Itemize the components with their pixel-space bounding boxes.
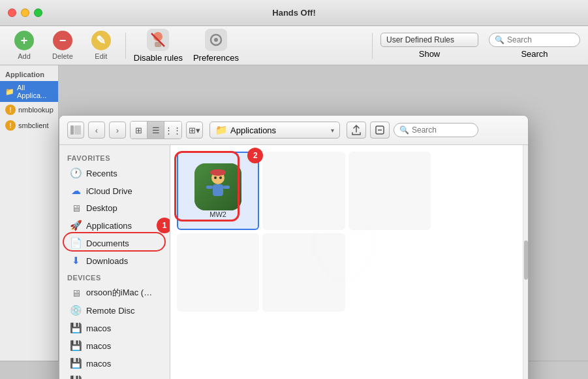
dialog-sidebar: Favorites 🕐 Recents ☁ iCloud Drive 🖥 Des… <box>59 145 170 379</box>
list-view-button[interactable]: ☰ <box>147 122 164 139</box>
svg-point-17 <box>214 176 217 179</box>
macos4-label: macos <box>86 376 111 380</box>
path-label: Applications <box>230 125 276 135</box>
separator <box>125 33 126 59</box>
file-item-empty-4[interactable] <box>177 233 259 312</box>
svg-rect-6 <box>74 125 81 135</box>
sidebar-item-macos-1[interactable]: 💾 macos <box>62 320 167 337</box>
svg-point-18 <box>219 176 222 179</box>
sidebar-item-remote-disc[interactable]: 💿 Remote Disc <box>62 302 167 319</box>
file-item-empty-6[interactable] <box>348 233 431 312</box>
dialog-toolbar: ‹ › ⊞ ☰ ⋮⋮ ⊞▾ 📁 Applications ▾ <box>59 116 528 145</box>
title-bar: Hands Off! <box>0 0 588 26</box>
sidebar-item-applications[interactable]: 🚀 Applications 1 <box>62 217 167 234</box>
macos3-label: macos <box>86 359 111 369</box>
minimize-button[interactable] <box>21 8 29 17</box>
sidebar-item-recents[interactable]: 🕐 Recents <box>62 165 167 182</box>
remote-disc-icon: 💿 <box>70 305 82 316</box>
sidebar-item-macos-3[interactable]: 💾 macos <box>62 355 167 372</box>
dialog-body: Favorites 🕐 Recents ☁ iCloud Drive 🖥 Des… <box>59 145 528 379</box>
forward-button[interactable]: › <box>109 122 126 139</box>
mw2-app-icon <box>194 163 241 210</box>
arrange-button[interactable]: ⊞▾ <box>186 122 203 139</box>
search-bar[interactable]: 🔍 <box>489 33 580 47</box>
preferences-button[interactable]: Preferences <box>193 29 239 63</box>
imac-icon: 🖥 <box>70 288 82 299</box>
sidebar-item-orsoon-imac[interactable]: 🖥 orsoon的iMac (… <box>62 284 167 301</box>
file-dialog: ‹ › ⊞ ☰ ⋮⋮ ⊞▾ 📁 Applications ▾ <box>59 115 529 379</box>
svg-rect-5 <box>70 125 74 135</box>
macos2-icon: 💾 <box>70 340 82 352</box>
folder-icon: 📁 <box>215 124 228 136</box>
disable-rules-button[interactable]: Disable rules <box>134 29 183 63</box>
file-item-mw2[interactable]: MW2 2 <box>177 152 259 230</box>
applications-icon: 🚀 <box>70 220 82 231</box>
back-button[interactable]: ‹ <box>88 122 105 139</box>
sidebar-item-all-applications[interactable]: 📁 All Applica... <box>0 81 58 102</box>
remote-disc-label: Remote Disc <box>86 306 134 316</box>
dialog-search-bar[interactable]: 🔍 <box>394 123 478 137</box>
disable-rules-icon <box>147 29 169 51</box>
sidebar-toggle-button[interactable] <box>67 122 84 139</box>
file-item-empty-3[interactable] <box>434 152 516 230</box>
delete-icon: − <box>53 31 72 50</box>
svg-point-4 <box>214 38 218 42</box>
sidebar-item-documents[interactable]: 📄 Documents <box>62 235 167 252</box>
edit-button[interactable]: ✎ Edit <box>85 28 117 63</box>
annotation-badge-2: 2 <box>247 148 263 163</box>
window-title: Hands Off! <box>272 8 315 18</box>
action-button[interactable] <box>370 122 390 139</box>
desktop-label: Desktop <box>86 203 117 213</box>
maximize-button[interactable] <box>34 8 42 17</box>
app-sidebar-header: Application <box>0 68 58 81</box>
file-item-empty-2[interactable] <box>348 152 431 230</box>
dialog-search-input[interactable] <box>412 125 472 135</box>
devices-header: Devices <box>59 270 170 284</box>
close-button[interactable] <box>8 8 16 17</box>
file-item-empty-5[interactable] <box>262 233 345 312</box>
separator2 <box>372 33 373 59</box>
macos3-icon: 💾 <box>70 357 82 369</box>
mw2-app-name: MW2 <box>209 210 226 218</box>
sidebar-item-macos-2[interactable]: 💾 macos <box>62 337 167 354</box>
macos1-label: macos <box>86 323 111 333</box>
show-dropdown[interactable]: User Defined Rules <box>380 33 478 47</box>
search-input[interactable] <box>507 35 572 44</box>
search-label: Search <box>521 49 548 59</box>
favorites-header: Favorites <box>59 150 170 164</box>
svg-rect-16 <box>223 186 230 189</box>
icon-view-button[interactable]: ⊞ <box>131 122 147 139</box>
add-button[interactable]: + Add <box>8 28 40 63</box>
sidebar-item-smbclient[interactable]: ! smbclient <box>0 118 58 133</box>
preferences-icon <box>205 29 227 51</box>
scrollbar-thumb <box>524 240 528 280</box>
file-item-empty-1[interactable] <box>262 152 345 230</box>
column-view-button[interactable]: ⋮⋮ <box>164 122 181 139</box>
sidebar-item-desktop[interactable]: 🖥 Desktop <box>62 200 167 216</box>
edit-icon: ✎ <box>91 31 111 50</box>
sidebar-item-icloud[interactable]: ☁ iCloud Drive <box>62 182 167 199</box>
sidebar-item-macos-4[interactable]: 💾 macos <box>62 372 167 379</box>
sidebar-item-downloads[interactable]: ⬇ Downloads <box>62 252 167 269</box>
share-button[interactable] <box>347 122 366 139</box>
delete-button[interactable]: − Delete <box>46 28 80 63</box>
dialog-scrollbar[interactable] <box>523 145 528 379</box>
file-item-empty-7[interactable] <box>434 233 516 312</box>
all-apps-icon: 📁 <box>5 88 14 96</box>
show-label: Show <box>419 49 441 59</box>
imac-label: orsoon的iMac (… <box>86 287 152 299</box>
preferences-label: Preferences <box>193 53 239 63</box>
edit-label: Edit <box>95 52 107 60</box>
icloud-icon: ☁ <box>70 185 82 197</box>
sidebar-item-nmblookup[interactable]: ! nmblookup <box>0 102 58 118</box>
desktop-icon: 🖥 <box>70 203 82 214</box>
recents-label: Recents <box>86 169 117 178</box>
window-controls <box>8 8 42 17</box>
downloads-label: Downloads <box>86 256 128 266</box>
nmblookup-label: nmblookup <box>18 106 54 114</box>
path-dropdown[interactable]: 📁 Applications ▾ <box>209 122 340 139</box>
chevron-down-icon: ▾ <box>331 127 334 134</box>
delete-label: Delete <box>52 52 73 60</box>
svg-rect-14 <box>213 184 223 196</box>
svg-rect-15 <box>206 186 213 189</box>
